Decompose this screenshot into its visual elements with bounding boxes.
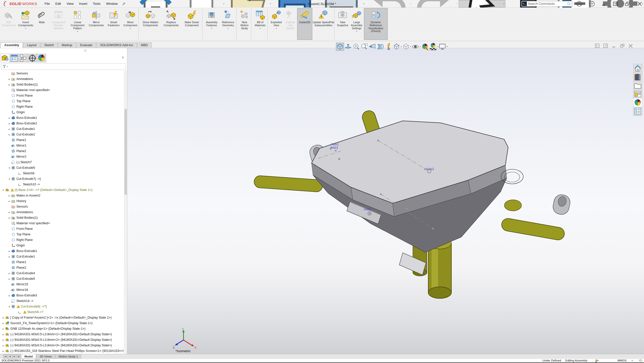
tree-item[interactable]: ▸ Solid Bodies(1) xyxy=(0,82,124,87)
tree-scrollbar[interactable] xyxy=(124,71,127,354)
ribbon-button-update-speedpak-subassemblies[interactable]: Update SpeedPak Subassemblies ▾ xyxy=(312,8,334,40)
last-tab-icon[interactable]: ▶| xyxy=(17,354,21,358)
doc-tab-model[interactable]: Model xyxy=(21,354,36,358)
ribbon-button-mate[interactable]: Mate ▾ xyxy=(35,8,49,40)
tree-item[interactable]: ▸ History xyxy=(0,198,124,204)
qat-print[interactable]: ▾ xyxy=(319,0,365,8)
tree-item[interactable]: ▸ (-) 94180A331-M3x0.5-L3.8mm<3> (94180A… xyxy=(0,343,124,348)
tree-item[interactable]: Top Plane xyxy=(0,232,124,237)
task-pane-tab-custom-properties[interactable] xyxy=(633,107,642,116)
hud-button-view-settings[interactable] xyxy=(438,43,446,51)
expander-icon[interactable]: ▸ xyxy=(2,344,5,347)
tree-item[interactable]: Plane1 xyxy=(0,259,124,265)
tree-item[interactable]: ▸ (-) 94180A331-M3x0.5-L3.8mm<1> (94180A… xyxy=(0,331,124,337)
ribbon-button-instant3d[interactable]: Instant3D ▾ xyxy=(297,8,312,40)
close-window-icon[interactable] xyxy=(637,1,643,7)
doc-tab-motion-study-1[interactable]: Motion Study 1 xyxy=(55,354,81,358)
ribbon-button-explode-line-sketch[interactable]: Explode Line Sketch ▾ xyxy=(284,8,297,40)
expander-icon[interactable]: ▸ xyxy=(8,83,11,86)
tree-item[interactable]: ▸ Cut-Extrude1 xyxy=(0,126,124,132)
dropdown-arrow-icon[interactable]: ▾ xyxy=(457,3,458,5)
expander-icon[interactable]: ▸ xyxy=(2,316,5,319)
tab-mbd[interactable]: MBD xyxy=(137,42,152,48)
ribbon-button-show-hidden-components[interactable]: Show Hidden Components ▾ xyxy=(140,8,161,40)
qat-home[interactable]: ▾ xyxy=(133,0,179,8)
tree-item[interactable]: Material <not specified> xyxy=(0,220,124,226)
task-pane-tab-view-palette[interactable] xyxy=(633,90,642,98)
qat-new-document[interactable]: ▾ xyxy=(179,0,225,8)
menu-view[interactable]: View xyxy=(64,0,76,8)
hud-button-hide-show-items[interactable] xyxy=(411,43,419,51)
hud-button-apply-scene[interactable] xyxy=(429,43,437,51)
tab-solidworks-add-ins[interactable]: SOLIDWORKS Add-Ins xyxy=(96,42,137,48)
tree-item[interactable]: ▸ Boss-Extrude3 xyxy=(0,293,124,298)
dropdown-arrow-icon[interactable]: ▾ xyxy=(420,46,421,48)
ribbon-button-make-smart-component[interactable]: Make Smart Component ▾ xyxy=(181,8,202,40)
ribbon-button-take-snapshot[interactable]: Take Snapshot ▾ xyxy=(336,8,349,40)
dropdown-arrow-icon[interactable]: ▾ xyxy=(223,3,224,5)
task-pane-tab-design-library[interactable] xyxy=(633,73,642,81)
user-account-icon[interactable] xyxy=(576,1,582,7)
expander-icon[interactable]: ▸ xyxy=(8,117,11,119)
pin-menu-icon[interactable] xyxy=(121,2,126,6)
ribbon-button-bill-of-materials[interactable]: Bill of Materials ▾ xyxy=(253,8,268,40)
hud-button-zoom-in-out[interactable] xyxy=(352,43,360,51)
close-document-icon[interactable] xyxy=(628,43,634,49)
restore-document-icon[interactable] xyxy=(619,43,625,49)
tree-item[interactable]: ▸ Mates in Assem2 xyxy=(0,193,124,198)
panel-tab-dimxpertmanager[interactable] xyxy=(28,54,37,62)
tree-item[interactable]: Origin xyxy=(0,243,124,248)
dropdown-arrow-icon[interactable]: ▾ xyxy=(25,27,26,30)
expander-icon[interactable]: ▸ xyxy=(8,133,11,136)
task-pane-tab-appearances-scenes[interactable] xyxy=(633,98,642,107)
tree-item[interactable]: Sketch8 xyxy=(0,171,124,176)
expander-icon[interactable]: ▸ xyxy=(8,78,11,80)
tree-item[interactable]: ▸ (-) 94180A331-M3x0.5-L3.8mm<2> (94180A… xyxy=(0,337,124,343)
tree-item[interactable]: ▸ Solid Bodies(1) xyxy=(0,215,124,220)
ribbon-button-assembly-features[interactable]: Assembly Features ▾ xyxy=(204,8,220,40)
tree-item[interactable]: Sketch6->? xyxy=(0,309,124,315)
tree-item[interactable]: ▾ (f) Base 2<4> ->? (Default<<Default>_D… xyxy=(0,187,124,193)
qat-redo[interactable]: ▾ xyxy=(412,0,458,8)
tree-item[interactable]: ▾ Cut-Extrude5 xyxy=(0,165,124,171)
tree-item[interactable]: ▸ Cut-Extrude1 xyxy=(0,254,124,259)
dropdown-arrow-icon[interactable]: ▾ xyxy=(410,3,411,5)
expander-icon[interactable]: ▸ xyxy=(2,350,5,352)
ribbon-button-edit-component[interactable]: Edit Component ▾ xyxy=(1,8,17,40)
unit-system-dropdown-icon[interactable]: ▴ xyxy=(632,359,633,361)
menu-window[interactable]: Window xyxy=(103,0,120,8)
tree-item[interactable]: Material <not specified> xyxy=(0,87,124,93)
tab-sketch[interactable]: Sketch xyxy=(41,42,58,48)
tree-item[interactable]: Plane1 xyxy=(0,137,124,143)
dropdown-arrow-icon[interactable]: ▾ xyxy=(77,30,78,32)
panel-flyout-arrow-icon[interactable]: › xyxy=(122,54,124,60)
expander-icon[interactable]: ▸ xyxy=(8,250,11,253)
expander-icon[interactable]: ▸ xyxy=(8,200,11,203)
dropdown-arrow-icon[interactable]: ▾ xyxy=(447,46,448,48)
ribbon-button-new-motion-study[interactable]: New Motion Study ▾ xyxy=(238,8,251,40)
dropdown-arrow-icon[interactable]: ▾ xyxy=(437,46,438,48)
tree-item[interactable]: ▸ A Annotations xyxy=(0,209,124,215)
tree-item[interactable]: ▸ Cut-Extrude5 xyxy=(0,276,124,282)
tree-item[interactable]: Right Plane xyxy=(0,237,124,243)
tree-item[interactable]: ▸ (-) 90116A153_316 Stainless Steel Pan … xyxy=(0,348,124,354)
tree-item[interactable]: ▸ A Annotations xyxy=(0,76,124,82)
hud-button-edit-appearance[interactable] xyxy=(421,43,429,51)
tree-item[interactable]: ▸ Boss-Extrude1 xyxy=(0,115,124,121)
ribbon-button-replace-components[interactable]: Replace Components ▾ xyxy=(161,8,181,40)
unit-system-label[interactable]: MMGS xyxy=(618,359,627,362)
tree-item[interactable]: ▸ [ Copy of Frame^Assem2 ]<1> ->x (Defau… xyxy=(0,315,124,320)
qat-undo[interactable]: ▾ xyxy=(365,0,412,8)
minimize-window-icon[interactable] xyxy=(601,1,607,7)
panel-splitter-handle[interactable] xyxy=(84,49,86,52)
panel-tab-propertymanager[interactable] xyxy=(10,54,19,62)
tree-item[interactable]: ▸ Boss-Extrude1 xyxy=(0,248,124,254)
tree-item[interactable]: Front Plane xyxy=(0,226,124,232)
menu-edit[interactable]: Edit xyxy=(52,0,64,8)
ribbon-button-dynamic-reference-visualization[interactable]: Dynamic Reference Visualization (Parent)… xyxy=(364,8,388,40)
expander-icon[interactable]: ▾ xyxy=(8,178,11,180)
tree-item[interactable]: ▸ SucceX_F4_TowerSystem1<1> (Default<Dis… xyxy=(0,320,124,326)
expander-icon[interactable]: ▾ xyxy=(8,305,11,308)
rebuild-status-icon[interactable] xyxy=(595,359,599,362)
panel-tab-configurationmanager[interactable] xyxy=(19,54,28,62)
